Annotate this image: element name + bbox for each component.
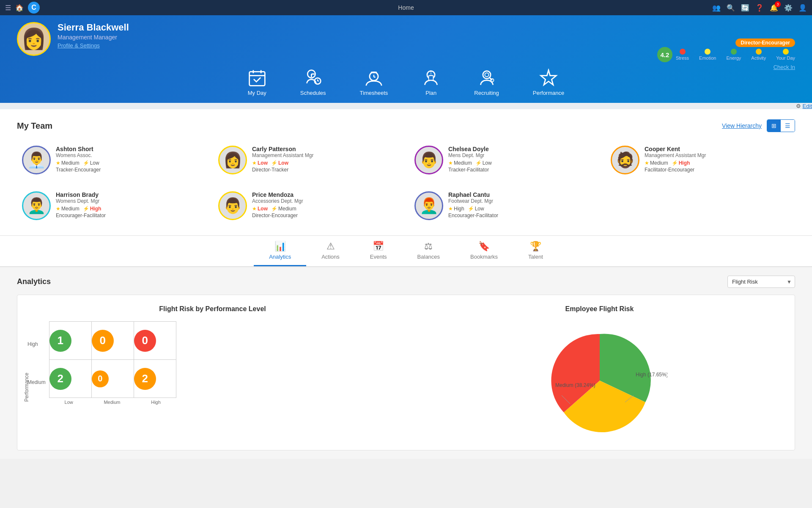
cell-medium-medium: 0 bbox=[91, 360, 134, 398]
user-avatar-icon[interactable]: 👤 bbox=[798, 4, 807, 12]
search-icon[interactable]: 🔍 bbox=[727, 4, 735, 12]
edit-gear-icon: ⚙ bbox=[796, 103, 801, 109]
team-info-ashton: Ashton Short Womens Assoc. ★Medium ⚡Low … bbox=[56, 146, 201, 173]
tabs-row: 📊 Analytics ⚠ Actions 📅 Events ⚖ Balance… bbox=[0, 236, 812, 267]
tab-balances[interactable]: ⚖ Balances bbox=[402, 236, 455, 266]
team-stats-raphael: ★High ⚡Low bbox=[448, 206, 594, 212]
team-title: My Team bbox=[17, 121, 52, 131]
team-stats-cooper: ★Medium ⚡High bbox=[645, 160, 790, 166]
edit-label[interactable]: Edit bbox=[803, 103, 812, 109]
actions-icon: ⚠ bbox=[326, 241, 335, 252]
team-dept-raphael: Footwear Dept. Mgr bbox=[448, 198, 594, 204]
balances-tab-label: Balances bbox=[417, 254, 440, 260]
bell-icon[interactable]: 🔔3 bbox=[770, 4, 778, 12]
help-icon[interactable]: ❓ bbox=[755, 4, 764, 12]
activity-dot bbox=[756, 49, 762, 55]
events-icon: 📅 bbox=[373, 241, 384, 252]
team-stats-harrison: ★Medium ⚡High bbox=[56, 206, 201, 212]
hamburger-menu[interactable]: ☰ bbox=[5, 4, 11, 12]
wellness-bar: 4.2 Stress Emotion Energy Activity Your … bbox=[657, 47, 795, 62]
team-info-carly: Carly Patterson Management Assistant Mgr… bbox=[252, 146, 398, 173]
team-name-price: Price Mendoza bbox=[252, 191, 398, 198]
number-0-orange-2: 0 bbox=[92, 370, 109, 387]
team-avatar-chelsea: 👨 bbox=[414, 146, 443, 174]
y-label-medium: Medium bbox=[27, 379, 46, 385]
director-badge: Director-Encourager bbox=[735, 39, 795, 47]
my-day-icon bbox=[248, 69, 266, 87]
team-name-chelsea: Chelsea Doyle bbox=[448, 146, 594, 152]
cell-high-high: 0 bbox=[134, 322, 176, 360]
people-icon[interactable]: 👥 bbox=[712, 4, 721, 12]
team-avatar-carly: 👩 bbox=[218, 146, 247, 174]
tab-bookmarks[interactable]: 🔖 Bookmarks bbox=[455, 236, 513, 266]
plan-label: Plan bbox=[425, 90, 436, 96]
number-0-orange-1: 0 bbox=[92, 330, 114, 352]
team-avatar-cooper: 🧔 bbox=[611, 146, 639, 174]
grid-view-button[interactable]: ⊞ bbox=[767, 120, 781, 132]
team-role-chelsea: Tracker-Facilitator bbox=[448, 167, 594, 173]
team-name-ashton: Ashton Short bbox=[56, 146, 201, 152]
nav-my-day[interactable]: My Day bbox=[248, 69, 266, 96]
home-icon[interactable]: 🏠 bbox=[15, 4, 24, 12]
yourday-label: Your Day bbox=[776, 55, 795, 61]
nav-schedules[interactable]: Schedules bbox=[300, 69, 326, 96]
tab-events[interactable]: 📅 Events bbox=[355, 236, 402, 266]
team-name-cooper: Cooper Kent bbox=[645, 146, 790, 152]
settings-icon[interactable]: ⚙️ bbox=[784, 4, 793, 12]
view-hierarchy-link[interactable]: View Hierarchy bbox=[722, 122, 762, 129]
team-info-chelsea: Chelsea Doyle Mens Dept. Mgr ★Medium ⚡Lo… bbox=[448, 146, 594, 173]
number-2-green: 2 bbox=[49, 368, 71, 390]
list-view-button[interactable]: ☰ bbox=[781, 120, 795, 132]
x-label-low: Low bbox=[65, 400, 73, 405]
nav-recruiting[interactable]: Recruiting bbox=[474, 69, 499, 96]
team-card-harrison: 👨‍🦱 Harrison Brady Womens Dept. Mgr ★Med… bbox=[17, 186, 206, 225]
team-stats-chelsea: ★Medium ⚡Low bbox=[448, 160, 594, 166]
flight-grid-container: Performance 1 0 0 bbox=[49, 321, 176, 405]
team-avatar-harrison: 👨‍🦱 bbox=[22, 191, 51, 220]
pie-medium-label: Medium (38.24%) bbox=[555, 382, 595, 388]
grid-row-medium: 2 0 2 bbox=[49, 360, 176, 398]
team-role-harrison: Encourager-Facilitator bbox=[56, 213, 201, 218]
left-chart-title: Flight Risk by Performance Level bbox=[27, 305, 398, 313]
app-logo: C bbox=[28, 2, 40, 14]
svg-rect-0 bbox=[249, 72, 265, 86]
svg-rect-16 bbox=[429, 76, 433, 80]
analytics-dropdown[interactable]: Flight Risk Performance Engagement bbox=[727, 276, 795, 288]
tab-talent[interactable]: 🏆 Talent bbox=[513, 236, 558, 266]
team-info-cooper: Cooper Kent Management Assistant Mgr ★Me… bbox=[645, 146, 790, 173]
activity-label: Activity bbox=[751, 55, 766, 61]
team-dept-cooper: Management Assistant Mgr bbox=[645, 152, 790, 158]
tab-analytics[interactable]: 📊 Analytics bbox=[254, 236, 306, 266]
nav-right: 👥 🔍 🔄 ❓ 🔔3 ⚙️ 👤 bbox=[712, 4, 807, 12]
nav-timesheets[interactable]: Timesheets bbox=[360, 69, 388, 96]
svg-point-18 bbox=[485, 73, 488, 77]
nav-plan[interactable]: Plan bbox=[422, 69, 440, 96]
team-grid: 👨‍💼 Ashton Short Womens Assoc. ★Medium ⚡… bbox=[17, 141, 795, 225]
my-day-label: My Day bbox=[248, 90, 266, 96]
schedules-label: Schedules bbox=[300, 90, 326, 96]
energy-dot bbox=[731, 49, 737, 55]
team-stats-price: ★Low ⚡Medium bbox=[252, 206, 398, 212]
main-nav-icons: My Day Schedules Timesheets Plan Recruit… bbox=[17, 60, 795, 103]
y-label-high: High bbox=[27, 341, 46, 347]
refresh-icon[interactable]: 🔄 bbox=[741, 4, 749, 12]
team-dept-ashton: Womens Assoc. bbox=[56, 152, 201, 158]
number-0-red: 0 bbox=[134, 330, 156, 352]
nav-performance[interactable]: Performance bbox=[533, 69, 564, 96]
recruiting-label: Recruiting bbox=[474, 90, 499, 96]
x-label-high: High bbox=[151, 400, 161, 405]
stress-dot bbox=[680, 49, 686, 55]
team-dept-chelsea: Mens Dept. Mgr bbox=[448, 152, 594, 158]
cell-high-low: 1 bbox=[49, 322, 91, 360]
team-role-ashton: Tracker-Encourager bbox=[56, 167, 201, 173]
tab-actions[interactable]: ⚠ Actions bbox=[306, 236, 355, 266]
team-role-raphael: Encourager-Facilitator bbox=[448, 213, 594, 218]
checkin-link[interactable]: Check In bbox=[774, 64, 795, 70]
team-card-ashton: 👨‍💼 Ashton Short Womens Assoc. ★Medium ⚡… bbox=[17, 141, 206, 179]
my-team-section: My Team View Hierarchy ⊞ ☰ 👨‍💼 Ashton Sh… bbox=[0, 109, 812, 235]
analytics-dropdown-wrapper: Flight Risk Performance Engagement ▼ bbox=[727, 276, 795, 288]
stress-label: Stress bbox=[676, 55, 689, 61]
grid-row-high: 1 0 0 bbox=[49, 322, 176, 360]
wellness-indicators: Stress Emotion Energy Activity Your Day bbox=[676, 49, 795, 61]
pie-chart-svg: Medium (38.24%) High (17.65%) bbox=[532, 321, 667, 440]
